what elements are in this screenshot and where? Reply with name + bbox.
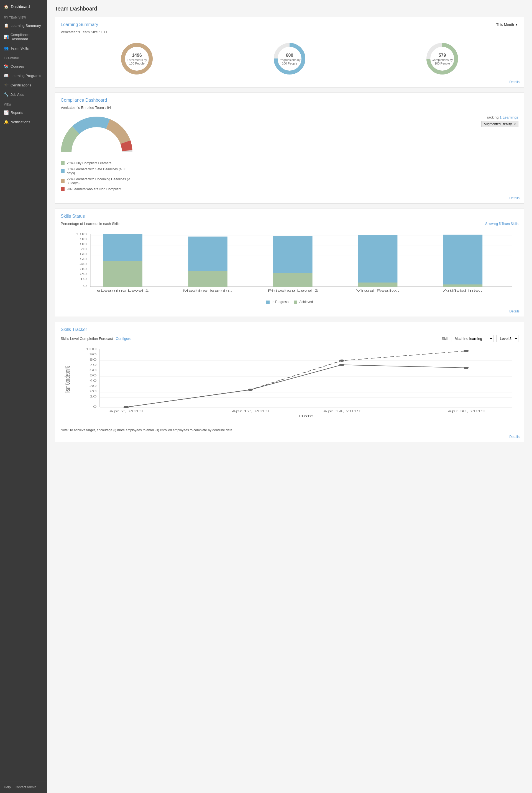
tracking-tag: Augmented Reality ✕ xyxy=(481,121,518,127)
svg-text:30: 30 xyxy=(79,268,87,271)
svg-text:50: 50 xyxy=(90,374,97,377)
bar-inprogress-2 xyxy=(188,236,227,271)
svg-text:Completions by: Completions by xyxy=(432,58,453,61)
sidebar-section-learning: LEARNING xyxy=(0,53,47,61)
certifications-icon: 🎓 xyxy=(4,83,8,87)
forecast-point-4 xyxy=(463,350,469,352)
sidebar-item-label: Reports xyxy=(11,111,23,115)
sidebar-item-learning-summary[interactable]: 📋 Learning Summary xyxy=(0,21,47,30)
svg-text:10: 10 xyxy=(79,277,87,281)
configure-link[interactable]: Configure xyxy=(116,336,131,341)
bar-inprogress-1 xyxy=(103,234,142,260)
skills-sub-label: Percentage of Learners in each Skills xyxy=(61,221,120,226)
achieved-color xyxy=(294,301,297,304)
svg-text:60: 60 xyxy=(90,369,97,372)
sidebar-logo[interactable]: 🏠 Dashboard xyxy=(0,0,47,12)
svg-text:Date: Date xyxy=(299,414,314,418)
compliance-legend: 26% Fully Compliant Learners 36% Learner… xyxy=(61,161,133,191)
actual-point-3 xyxy=(339,364,344,366)
enrolled-team-meta: Venkatesh's Enrolled Team : 94 xyxy=(61,105,518,110)
forecast-point-1 xyxy=(124,406,129,408)
donuts-row: 1496 Enrollments by 100 People 600 Progr… xyxy=(61,38,518,82)
svg-text:Apr 14, 2019: Apr 14, 2019 xyxy=(323,410,360,413)
sidebar-item-team-skills[interactable]: 👥 Team Skills xyxy=(0,43,47,53)
bar-achieved-2 xyxy=(188,271,227,287)
sidebar-item-job-aids[interactable]: 🔧 Job Aids xyxy=(0,90,47,99)
sidebar-logo-label: Dashboard xyxy=(11,4,30,9)
legend-color-safe-deadlines xyxy=(61,169,64,173)
sidebar-item-label: Learning Summary xyxy=(11,23,41,28)
legend-color-upcoming-deadlines xyxy=(61,179,64,183)
courses-icon: 📚 xyxy=(4,64,8,69)
svg-text:Artificial Inte..: Artificial Inte.. xyxy=(443,289,483,292)
svg-text:1496: 1496 xyxy=(132,53,142,58)
notifications-icon: 🔔 xyxy=(4,120,8,124)
svg-rect-16 xyxy=(61,152,133,158)
skill-dropdown-label: Skill xyxy=(442,336,448,341)
remove-tracking-tag-button[interactable]: ✕ xyxy=(513,122,516,126)
svg-text:20: 20 xyxy=(79,273,87,276)
svg-text:30: 30 xyxy=(90,384,97,387)
skills-status-section: Skills Status Percentage of Learners in … xyxy=(55,209,524,317)
team-skills-icon: 👥 xyxy=(4,46,8,51)
legend-fully-compliant: 26% Fully Compliant Learners xyxy=(61,161,133,165)
completions-donut: 579 Completions by 100 People xyxy=(424,41,460,77)
bar-inprogress-4 xyxy=(358,235,398,283)
sidebar-item-compliance-dashboard[interactable]: 📊 Compliance Dashboard xyxy=(0,30,47,43)
svg-text:40: 40 xyxy=(79,263,87,266)
svg-text:0: 0 xyxy=(93,405,97,408)
svg-text:579: 579 xyxy=(438,53,446,58)
skills-tracker-details[interactable]: Details xyxy=(509,435,519,439)
legend-upcoming-deadlines: 27% Learners with Upcoming Deadlines (< … xyxy=(61,177,133,185)
sidebar-footer: Help Contact Admin xyxy=(0,781,47,793)
learning-summary-details[interactable]: Details xyxy=(509,80,519,84)
sidebar-item-reports[interactable]: 📈 Reports xyxy=(0,108,47,117)
skills-status-details[interactable]: Details xyxy=(509,309,519,313)
svg-text:40: 40 xyxy=(90,379,97,382)
svg-text:90: 90 xyxy=(90,353,97,356)
svg-text:100: 100 xyxy=(76,233,87,236)
tracking-text: Tracking 1 Learnings xyxy=(141,115,518,119)
tracking-link[interactable]: 1 Learnings xyxy=(499,115,518,119)
svg-text:50: 50 xyxy=(79,257,87,260)
svg-text:10: 10 xyxy=(90,395,97,398)
compliance-details[interactable]: Details xyxy=(509,196,519,200)
showing-skills-link[interactable]: Showing 5 Team Skills xyxy=(485,222,518,226)
forecast-point-3 xyxy=(339,360,344,362)
sidebar-item-label: Certifications xyxy=(11,83,31,87)
legend-label-fully-compliant: 26% Fully Compliant Learners xyxy=(67,161,111,165)
help-link[interactable]: Help xyxy=(4,785,11,789)
svg-text:Phtoshop Level 2: Phtoshop Level 2 xyxy=(268,289,318,292)
svg-text:Team Completion %: Team Completion % xyxy=(63,366,72,393)
line-chart-area: 100 90 80 70 60 50 40 30 20 10 0 Team Co… xyxy=(61,346,518,425)
svg-text:Apr 30, 2019: Apr 30, 2019 xyxy=(448,410,485,413)
tracker-skill-selectors: Skill Machine learning eLearning Level 1… xyxy=(442,335,518,342)
forecast-label: Skills Level Completion Forecast xyxy=(61,336,113,341)
month-dropdown[interactable]: This Month ▾ xyxy=(494,21,520,28)
actual-line xyxy=(126,365,466,407)
skill-select[interactable]: Machine learning eLearning Level 1 Virtu… xyxy=(451,335,493,342)
chevron-down-icon: ▾ xyxy=(516,22,518,26)
bar-chart-area: 100 90 80 70 60 50 40 30 20 10 0 xyxy=(61,229,518,307)
legend-safe-deadlines: 36% Learners with Safe Deadlines (> 30 d… xyxy=(61,167,133,175)
compliance-inner: 26% Fully Compliant Learners 36% Learner… xyxy=(61,114,518,193)
svg-text:70: 70 xyxy=(79,248,87,251)
level-select[interactable]: Level 1 Level 2 Level 3 Level 4 xyxy=(496,335,518,342)
sidebar-item-certifications[interactable]: 🎓 Certifications xyxy=(0,80,47,90)
bar-inprogress-3 xyxy=(273,236,312,273)
job-aids-icon: 🔧 xyxy=(4,92,8,97)
sidebar-item-learning-programs[interactable]: 📖 Learning Programs xyxy=(0,71,47,80)
legend-label-upcoming-deadlines: 27% Learners with Upcoming Deadlines (< … xyxy=(67,177,133,185)
page-title: Team Dashboard xyxy=(55,5,524,12)
contact-admin-link[interactable]: Contact Admin xyxy=(15,785,36,789)
learning-summary-icon: 📋 xyxy=(4,23,8,28)
svg-text:Virtual Reality..: Virtual Reality.. xyxy=(356,289,399,292)
svg-text:90: 90 xyxy=(79,238,87,241)
sidebar-item-notifications[interactable]: 🔔 Notifications xyxy=(0,117,47,127)
compliance-chart: 26% Fully Compliant Learners 36% Learner… xyxy=(61,114,133,193)
sidebar-item-courses[interactable]: 📚 Courses xyxy=(0,61,47,71)
sidebar-item-label: Notifications xyxy=(11,120,30,124)
compliance-title: Compliance Dashboard xyxy=(61,98,518,103)
tracker-note: Note: To achieve target, encourage (i) m… xyxy=(61,428,518,432)
legend-color-fully-compliant xyxy=(61,161,64,165)
